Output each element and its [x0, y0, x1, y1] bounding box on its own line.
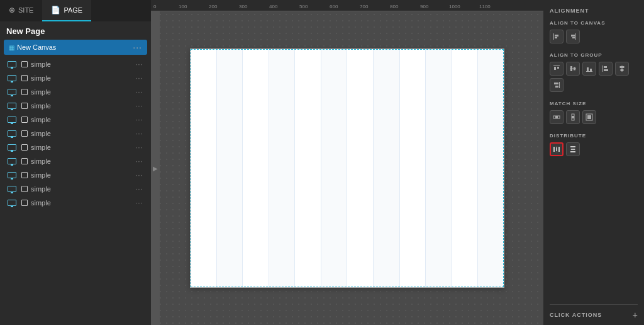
square-icon: [21, 186, 28, 192]
layer-dots[interactable]: ···: [135, 198, 143, 207]
canvas-dots[interactable]: ···: [133, 42, 142, 52]
layer-dots[interactable]: ···: [135, 129, 143, 138]
list-item[interactable]: simple ···: [3, 168, 148, 182]
align-bottom-group-button[interactable]: [582, 62, 596, 76]
align-left-canvas-button[interactable]: [550, 30, 564, 43]
svg-rect-29: [587, 115, 591, 119]
layer-dots[interactable]: ···: [135, 171, 143, 180]
distribute-vertical-button[interactable]: [566, 142, 580, 156]
square-icon: [21, 117, 28, 123]
svg-rect-14: [590, 69, 592, 71]
layer-dots[interactable]: ···: [135, 143, 143, 152]
match-size-icons: [550, 110, 638, 124]
list-item[interactable]: simple ···: [3, 85, 148, 99]
svg-rect-20: [621, 69, 624, 71]
match-width-icon: [553, 113, 560, 121]
tab-site-label: SITE: [18, 6, 33, 14]
tab-page-label: PAGE: [64, 6, 82, 14]
svg-rect-16: [604, 66, 607, 68]
square-icon: [21, 144, 28, 151]
align-canvas-title: ALIGN TO CANVAS: [550, 20, 638, 26]
svg-rect-6: [553, 66, 560, 66]
canvas-item[interactable]: ▦ New Canvas ···: [4, 40, 147, 55]
canvas-columns: [191, 49, 504, 287]
align-left-group-button[interactable]: [599, 62, 613, 76]
square-icon: [21, 130, 28, 137]
layer-dots[interactable]: ···: [135, 101, 143, 110]
canvas-col: [426, 49, 452, 287]
resize-arrow: ▶: [153, 165, 158, 172]
ruler-mark: 700: [360, 4, 368, 9]
distribute-horizontal-button[interactable]: [550, 142, 564, 156]
tab-page[interactable]: 📄 PAGE: [42, 0, 91, 21]
left-resize-handle[interactable]: ▶: [151, 11, 160, 325]
match-width-button[interactable]: [550, 110, 564, 124]
ruler-mark: 100: [179, 4, 187, 9]
layer-label: simple: [31, 185, 135, 193]
list-item[interactable]: simple ···: [3, 196, 148, 210]
match-both-icon: [586, 113, 593, 121]
canvas-label: New Canvas: [17, 43, 133, 51]
canvas-col: [400, 49, 426, 287]
align-right-group-button[interactable]: [550, 78, 564, 92]
layer-dots[interactable]: ···: [135, 88, 143, 96]
right-panel: ALIGNMENT ALIGN TO CANVAS ALIGN TO GROUP: [543, 0, 644, 325]
canvas-col: [269, 49, 296, 287]
ruler-mark: 0: [153, 4, 156, 9]
svg-rect-15: [602, 66, 603, 72]
align-middle-icon: [569, 65, 577, 72]
click-actions-label: CLICK ACTIONS: [550, 312, 602, 318]
list-item[interactable]: simple ···: [3, 71, 148, 85]
click-actions-plus-button[interactable]: +: [633, 310, 638, 320]
canvas-col: [347, 49, 374, 287]
layer-dots[interactable]: ···: [135, 60, 143, 69]
svg-rect-25: [555, 116, 558, 118]
svg-rect-7: [554, 67, 556, 70]
svg-rect-19: [620, 66, 625, 68]
alignment-title: ALIGNMENT: [550, 8, 638, 14]
align-top-group-button[interactable]: [550, 62, 564, 76]
square-icon: [21, 103, 28, 109]
canvas-col: [478, 49, 504, 287]
align-center-group-button[interactable]: [615, 62, 629, 76]
svg-rect-5: [572, 37, 575, 38]
svg-rect-32: [558, 147, 560, 152]
svg-rect-36: [570, 151, 575, 152]
align-group-title: ALIGN TO GROUP: [550, 52, 638, 58]
align-middle-group-button[interactable]: [566, 62, 580, 76]
list-item[interactable]: simple ···: [3, 140, 148, 154]
svg-rect-0: [553, 33, 554, 40]
ruler-mark: 1000: [449, 4, 460, 9]
ruler-mark: 400: [269, 4, 277, 9]
canvas-scroll-area[interactable]: ▶: [151, 11, 543, 325]
list-item[interactable]: simple ···: [3, 113, 148, 127]
canvas-col: [295, 49, 321, 287]
monitor-icon: [8, 61, 16, 67]
align-group-icons: [550, 62, 638, 92]
left-sidebar: ⊕ SITE 📄 PAGE New Page ▦ New Canvas ···: [0, 0, 151, 325]
canvas-frame[interactable]: [190, 48, 504, 288]
square-icon: [21, 61, 28, 67]
layer-dots[interactable]: ···: [135, 157, 143, 166]
match-both-button[interactable]: [582, 110, 596, 124]
layer-dots[interactable]: ···: [135, 185, 143, 193]
list-item[interactable]: simple ···: [3, 182, 148, 196]
list-item[interactable]: simple ···: [3, 99, 148, 113]
layer-dots[interactable]: ···: [135, 74, 143, 83]
click-actions-row: CLICK ACTIONS +: [550, 304, 638, 320]
layer-label: simple: [31, 116, 135, 123]
match-height-button[interactable]: [566, 110, 580, 124]
layer-label: simple: [31, 74, 135, 82]
svg-rect-2: [555, 37, 557, 38]
list-item[interactable]: simple ···: [3, 154, 148, 168]
align-top-icon: [553, 65, 560, 72]
tab-site[interactable]: ⊕ SITE: [0, 0, 42, 21]
svg-rect-4: [571, 35, 575, 37]
list-item[interactable]: simple ···: [3, 57, 148, 71]
svg-rect-3: [575, 33, 576, 40]
align-right-canvas-button[interactable]: [566, 30, 580, 43]
list-item[interactable]: simple ···: [3, 127, 148, 140]
layer-dots[interactable]: ···: [135, 115, 143, 124]
layer-label: simple: [31, 144, 135, 151]
svg-rect-23: [555, 86, 558, 88]
